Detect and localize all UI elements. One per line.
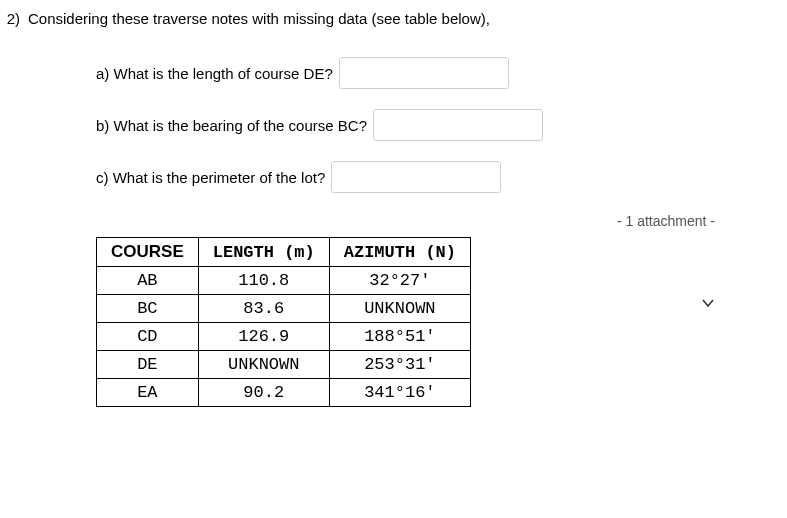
- table-row: BC 83.6 UNKNOWN: [97, 295, 471, 323]
- sub-b-label: b) What is the bearing of the course BC?: [96, 117, 367, 134]
- cell-course: EA: [97, 379, 199, 407]
- input-bearing-bc[interactable]: [373, 109, 543, 141]
- cell-course: BC: [97, 295, 199, 323]
- question-row: 2) Considering these traverse notes with…: [0, 10, 787, 27]
- table-row: AB 110.8 32°27': [97, 267, 471, 295]
- cell-azimuth: 253°31': [329, 351, 470, 379]
- sub-a-label: a) What is the length of course DE?: [96, 65, 333, 82]
- sub-question-b: b) What is the bearing of the course BC?: [96, 109, 787, 141]
- cell-length: 90.2: [198, 379, 329, 407]
- col-azimuth: AZIMUTH (N): [329, 238, 470, 267]
- cell-length: UNKNOWN: [198, 351, 329, 379]
- input-perimeter[interactable]: [331, 161, 501, 193]
- cell-course: AB: [97, 267, 199, 295]
- table-row: DE UNKNOWN 253°31': [97, 351, 471, 379]
- cell-azimuth: 32°27': [329, 267, 470, 295]
- question-number: 2): [0, 10, 28, 27]
- cell-azimuth: 341°16': [329, 379, 470, 407]
- cell-length: 126.9: [198, 323, 329, 351]
- sub-c-label: c) What is the perimeter of the lot?: [96, 169, 325, 186]
- cell-azimuth: UNKNOWN: [329, 295, 470, 323]
- chevron-down-icon[interactable]: [701, 296, 715, 313]
- col-length: LENGTH (m): [198, 238, 329, 267]
- table-row: CD 126.9 188°51': [97, 323, 471, 351]
- cell-azimuth: 188°51': [329, 323, 470, 351]
- sub-question-a: a) What is the length of course DE?: [96, 57, 787, 89]
- traverse-table: COURSE LENGTH (m) AZIMUTH (N) AB 110.8 3…: [96, 237, 471, 407]
- input-length-de[interactable]: [339, 57, 509, 89]
- col-course: COURSE: [97, 238, 199, 267]
- attachment-label: - 1 attachment -: [0, 213, 787, 229]
- table-header-row: COURSE LENGTH (m) AZIMUTH (N): [97, 238, 471, 267]
- table-row: EA 90.2 341°16': [97, 379, 471, 407]
- cell-course: DE: [97, 351, 199, 379]
- sub-question-c: c) What is the perimeter of the lot?: [96, 161, 787, 193]
- cell-length: 110.8: [198, 267, 329, 295]
- question-prompt: Considering these traverse notes with mi…: [28, 10, 787, 27]
- cell-length: 83.6: [198, 295, 329, 323]
- cell-course: CD: [97, 323, 199, 351]
